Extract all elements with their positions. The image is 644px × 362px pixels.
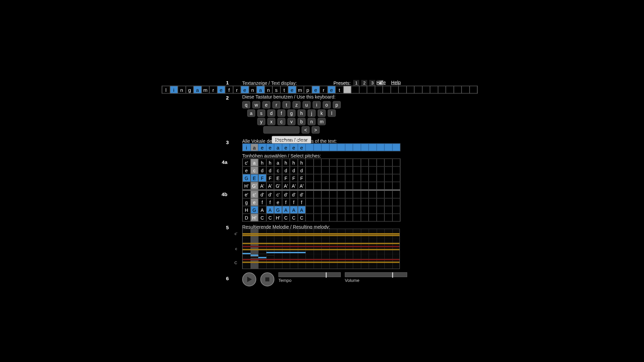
pitch-cell[interactable] [337, 198, 345, 206]
pitch-cell[interactable]: h [258, 159, 266, 167]
pitch-cell[interactable] [361, 167, 369, 174]
pitch-cell[interactable]: d [298, 167, 306, 174]
pitch-cell[interactable]: d' [266, 191, 274, 198]
text-cell[interactable]: t [335, 86, 343, 94]
pianoroll-note[interactable] [282, 252, 290, 253]
text-cell[interactable]: g [186, 86, 194, 94]
vowel-cell[interactable] [384, 144, 392, 151]
pitch-cell[interactable] [361, 214, 369, 222]
pitch-cell[interactable]: A [282, 206, 290, 214]
key-y[interactable]: y [257, 118, 265, 125]
key-m[interactable]: m [318, 118, 326, 125]
pitch-cell[interactable] [384, 174, 392, 182]
pitch-cell[interactable] [306, 206, 314, 214]
key-n[interactable]: n [308, 118, 316, 125]
key-o[interactable]: o [323, 101, 331, 109]
text-cell[interactable] [438, 86, 446, 94]
pitch-cell[interactable] [369, 174, 377, 182]
text-cell[interactable]: n [249, 86, 257, 94]
pitch-cell[interactable]: a [251, 159, 259, 167]
pitch-cell[interactable] [384, 198, 392, 206]
pitch-cell[interactable] [392, 159, 400, 167]
pitch-cell[interactable]: c [274, 167, 282, 174]
pitch-cell[interactable] [306, 191, 314, 198]
pitch-cell[interactable] [345, 159, 353, 167]
pitch-cell[interactable] [345, 198, 353, 206]
pitch-cell[interactable] [306, 182, 314, 190]
key-g[interactable]: g [287, 110, 296, 117]
pitch-cell[interactable] [345, 174, 353, 182]
pitch-cell[interactable] [321, 191, 329, 198]
pitch-cell[interactable]: D [243, 214, 251, 222]
pitch-cell[interactable] [314, 174, 322, 182]
pitch-cell[interactable] [306, 167, 314, 174]
pitch-cell[interactable] [329, 182, 337, 190]
pitch-cell[interactable] [369, 167, 377, 174]
vowel-cell[interactable]: e [282, 144, 290, 151]
pitch-cell[interactable] [345, 206, 353, 214]
vowel-cell[interactable] [321, 144, 329, 151]
vowel-cell[interactable]: a [274, 144, 282, 151]
key-left[interactable]: < [302, 126, 310, 134]
pitch-cell[interactable] [353, 206, 361, 214]
pitch-cell[interactable]: c' [243, 159, 251, 167]
text-cell[interactable]: m [296, 86, 304, 94]
pitch-cell[interactable] [321, 159, 329, 167]
key-h[interactable]: h [298, 110, 306, 117]
pitch-cell[interactable] [361, 198, 369, 206]
key-f[interactable]: f [277, 110, 285, 117]
text-cell[interactable]: m [202, 86, 210, 94]
pitch-cell[interactable] [369, 206, 377, 214]
key-z[interactable]: z [292, 101, 301, 109]
help-link-en[interactable]: Help [391, 80, 401, 85]
text-cell[interactable] [351, 86, 359, 94]
pitch-cell[interactable] [345, 167, 353, 174]
pitch-cell[interactable] [306, 159, 314, 167]
text-cell[interactable]: r [233, 86, 241, 94]
pianoroll-note[interactable] [258, 254, 266, 255]
pitch-cell[interactable] [377, 167, 385, 174]
volume-slider-thumb[interactable] [392, 273, 393, 278]
pitch-cell[interactable]: d' [258, 191, 266, 198]
pitch-cell[interactable]: H' [274, 214, 282, 222]
text-cell[interactable] [446, 86, 454, 94]
pitch-cell[interactable] [329, 174, 337, 182]
stop-button[interactable] [260, 273, 274, 287]
key-t[interactable]: t [282, 101, 290, 109]
preset-button-3[interactable]: 3 [369, 80, 375, 86]
key-u[interactable]: u [303, 101, 311, 109]
text-cell[interactable]: a [194, 86, 202, 94]
text-cell[interactable]: r [209, 86, 217, 94]
pitch-cell[interactable]: c [251, 167, 259, 174]
pitch-cell[interactable]: h [290, 159, 298, 167]
pitch-cell[interactable] [369, 214, 377, 222]
pitch-cell[interactable] [314, 198, 322, 206]
pitch-cell[interactable]: f [290, 198, 298, 206]
tempo-slider[interactable] [278, 273, 341, 277]
pitch-cell[interactable] [321, 182, 329, 190]
pitch-cell[interactable]: a [274, 159, 282, 167]
pianoroll-note[interactable] [274, 252, 282, 253]
text-cell[interactable]: l [162, 86, 170, 94]
key-p[interactable]: p [333, 101, 341, 109]
key-j[interactable]: j [308, 110, 316, 117]
key-r[interactable]: r [272, 101, 280, 109]
pitch-cell[interactable] [321, 214, 329, 222]
pitch-cell[interactable] [392, 198, 400, 206]
pitch-cell[interactable]: A' [290, 182, 298, 190]
pitch-cell[interactable] [369, 198, 377, 206]
pitch-cell[interactable] [314, 206, 322, 214]
text-cell[interactable] [462, 86, 470, 94]
pitch-cell[interactable]: A' [282, 182, 290, 190]
text-cell[interactable]: r [320, 86, 328, 94]
text-cell[interactable]: e [312, 86, 320, 94]
tempo-slider-thumb[interactable] [326, 273, 327, 278]
pitch-cell[interactable]: f [282, 198, 290, 206]
pitch-cell[interactable]: d' [290, 191, 298, 198]
vowel-cell[interactable]: e [298, 144, 306, 151]
key-b[interactable]: b [298, 118, 306, 125]
pitch-cell[interactable] [314, 182, 322, 190]
pitch-cell[interactable] [384, 214, 392, 222]
text-cell[interactable] [470, 86, 478, 94]
pianoroll-note[interactable] [251, 254, 259, 256]
